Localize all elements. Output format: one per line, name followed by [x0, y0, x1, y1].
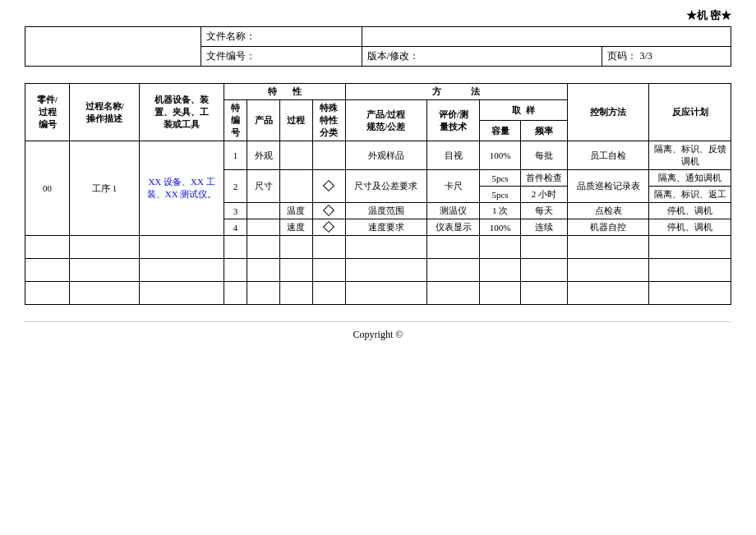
header-table: 文件名称： 文件编号： 版本/修改： 页码： 3/3 [25, 26, 731, 67]
cell-special-2 [312, 170, 345, 203]
diamond-icon-2 [323, 179, 334, 191]
col-process-name: 过程名称/操作描述 [70, 84, 140, 141]
cell-size-1: 100% [480, 141, 521, 170]
cell-eval-4: 仪表显示 [427, 219, 480, 236]
col-te-no: 特编号 [224, 100, 247, 141]
col-eval: 评价/测量技术 [427, 100, 480, 141]
diamond-icon-3 [323, 204, 334, 215]
cell-process-4: 速度 [280, 219, 313, 236]
cell-product-1: 外观 [247, 141, 280, 170]
cell-size-3: 1 次 [480, 203, 521, 219]
col-sample-size: 容量 [480, 121, 521, 141]
cell-freq-3: 每天 [520, 203, 567, 219]
copyright-text: Copyright © [353, 329, 403, 340]
col-product-spec: 产品/过程规范/公差 [345, 100, 427, 141]
cell-control-4: 机器自控 [567, 219, 649, 236]
page: ★机 密★ 文件名称： 文件编号： 版本/修改： 页码： 3/3 [0, 0, 756, 535]
cell-spec-4: 速度要求 [345, 219, 427, 236]
cell-process-name: 工序 1 [70, 141, 140, 236]
cell-freq-2b: 2 小时 [520, 187, 567, 203]
cell-response-3: 停机、调机 [649, 203, 731, 219]
cell-part-no: 00 [25, 141, 70, 236]
cell-te-no-3: 3 [224, 203, 247, 219]
cell-size-4: 100% [480, 219, 521, 236]
cell-response-2a: 隔离、通知调机 [649, 170, 731, 187]
col-control-method: 控制方法 [567, 84, 649, 141]
col-te-product: 产品 [247, 100, 280, 141]
cell-response-1: 隔离、标识、反馈调机 [649, 141, 731, 170]
cell-size-2a: 5pcs [480, 170, 521, 187]
cell-response-2b: 隔离、标识、返工 [649, 187, 731, 203]
col-special-type: 特殊特性分类 [312, 100, 345, 141]
cell-process-1 [280, 141, 313, 170]
col-machine: 机器设备、装置、夹具、工装或工具 [140, 84, 224, 141]
cell-te-no-4: 4 [224, 219, 247, 236]
cell-process-3: 温度 [280, 203, 313, 219]
col-te-process: 过程 [280, 100, 313, 141]
cell-control-3: 点检表 [567, 203, 649, 219]
version-label: 版本/修改： [367, 50, 419, 62]
cell-product-4 [247, 219, 280, 236]
cell-spec-2: 尺寸及公差要求 [345, 170, 427, 203]
cell-spec-3: 温度范围 [345, 203, 427, 219]
cell-freq-4: 连续 [520, 219, 567, 236]
cell-control-2: 品质巡检记录表 [567, 170, 649, 203]
cell-product-3 [247, 203, 280, 219]
confidential-label: ★机 密★ [25, 8, 731, 26]
cell-freq-2a: 首件检查 [520, 170, 567, 187]
cell-product-2: 尺寸 [247, 170, 280, 203]
cell-te-no-1: 1 [224, 141, 247, 170]
table-row-empty [25, 236, 731, 259]
cell-control-1: 员工自检 [567, 141, 649, 170]
col-fang-header: 方 法 [345, 84, 567, 100]
cell-special-4 [312, 219, 345, 236]
col-te-header: 特 性 [224, 84, 345, 100]
cell-process-2 [280, 170, 313, 203]
cell-eval-2: 卡尺 [427, 170, 480, 203]
page-label: 页码： [607, 50, 637, 62]
page-value: 3/3 [639, 50, 652, 62]
cell-special-3 [312, 203, 345, 219]
col-sample-header: 取 样 [480, 100, 568, 121]
diamond-icon-4 [323, 220, 334, 232]
col-response: 反应计划 [649, 84, 731, 141]
col-part-no: 零件/过程编号 [25, 84, 70, 141]
cell-freq-1: 每批 [520, 141, 567, 170]
table-row: 00 工序 1 XX 设备、XX 工装、XX 测试仪。 1 外观 外观样品 目视… [25, 141, 731, 170]
cell-machine: XX 设备、XX 工装、XX 测试仪。 [140, 141, 224, 236]
table-row-empty [25, 282, 731, 305]
cell-te-no-2: 2 [224, 170, 247, 203]
cell-response-4: 停机、调机 [649, 219, 731, 236]
cell-special-1 [312, 141, 345, 170]
file-name-label: 文件名称： [206, 30, 256, 42]
cell-spec-1: 外观样品 [345, 141, 427, 170]
cell-eval-3: 测温仪 [427, 203, 480, 219]
cell-size-2b: 5pcs [480, 187, 521, 203]
table-row-empty [25, 259, 731, 282]
main-control-table: 零件/过程编号 过程名称/操作描述 机器设备、装置、夹具、工装或工具 特 性 方… [25, 83, 731, 305]
footer: Copyright © [25, 321, 731, 341]
col-sample-freq: 频率 [520, 121, 567, 141]
cell-eval-1: 目视 [427, 141, 480, 170]
file-number-label: 文件编号： [206, 50, 256, 62]
